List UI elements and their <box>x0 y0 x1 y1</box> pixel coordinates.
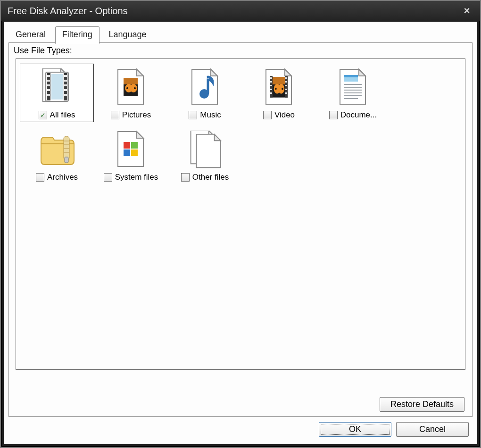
tile-video[interactable]: Video <box>242 64 316 122</box>
checkbox-other-files[interactable] <box>181 173 190 182</box>
svg-rect-9 <box>47 75 50 77</box>
svg-rect-30 <box>285 85 287 86</box>
svg-rect-41 <box>64 136 69 160</box>
svg-rect-29 <box>285 81 287 83</box>
dialog-button-row: OK Cancel <box>319 422 469 437</box>
tile-label: Archives <box>47 173 78 182</box>
video-icon <box>242 65 315 109</box>
tile-label: Video <box>274 110 295 120</box>
checkbox-pictures[interactable] <box>111 111 119 119</box>
window-title: Free Disk Analyzer - Options <box>8 1 128 21</box>
checkbox-all-files[interactable]: ✓ <box>39 111 47 119</box>
tab-filtering[interactable]: Filtering <box>55 26 100 44</box>
svg-rect-31 <box>285 89 287 90</box>
tile-label: Music <box>200 110 221 120</box>
close-icon[interactable]: × <box>460 1 473 21</box>
svg-rect-17 <box>64 89 67 91</box>
checkbox-system-files[interactable] <box>104 173 112 182</box>
svg-rect-10 <box>47 80 50 82</box>
ok-button[interactable]: OK <box>319 422 391 437</box>
tab-page-filtering: Use File Types: <box>8 42 473 417</box>
all-files-icon <box>20 65 93 109</box>
svg-rect-28 <box>285 77 287 79</box>
svg-rect-48 <box>131 142 138 149</box>
svg-rect-24 <box>270 81 272 83</box>
svg-rect-16 <box>64 84 67 86</box>
tile-other-files[interactable]: Other files <box>168 126 242 184</box>
svg-rect-8 <box>64 73 67 100</box>
tile-archives[interactable]: Archives <box>20 126 94 184</box>
group-label: Use File Types: <box>14 46 467 56</box>
checkbox-documents[interactable] <box>329 111 338 119</box>
client-area: General Filtering Language Use File Type… <box>4 22 477 444</box>
cancel-button[interactable]: Cancel <box>396 422 469 437</box>
svg-rect-23 <box>270 77 272 79</box>
svg-rect-22 <box>285 76 288 98</box>
music-icon <box>168 65 241 109</box>
restore-defaults-button[interactable]: Restore Defaults <box>380 397 464 412</box>
tile-system-files[interactable]: System files <box>94 126 168 184</box>
tile-label: All files <box>50 110 75 120</box>
tab-general[interactable]: General <box>8 26 53 44</box>
pictures-icon <box>94 65 167 109</box>
tab-language[interactable]: Language <box>102 26 154 44</box>
tile-label: Docume... <box>340 110 377 120</box>
svg-rect-26 <box>270 89 272 90</box>
tile-documents[interactable]: Docume... <box>316 64 390 122</box>
svg-rect-7 <box>47 73 50 100</box>
system-files-icon <box>94 127 167 172</box>
svg-rect-14 <box>64 75 67 77</box>
tab-strip: General Filtering Language <box>8 26 473 42</box>
svg-rect-32 <box>285 92 287 94</box>
tile-label: Pictures <box>122 110 151 120</box>
svg-rect-15 <box>64 80 67 82</box>
tile-pictures[interactable]: Pictures <box>94 64 168 122</box>
svg-rect-13 <box>47 94 50 96</box>
tile-label: System files <box>115 173 158 182</box>
svg-rect-18 <box>64 94 67 96</box>
svg-rect-11 <box>47 84 50 86</box>
svg-rect-46 <box>65 157 68 163</box>
tile-music[interactable]: Music <box>168 64 242 122</box>
svg-rect-21 <box>270 76 273 98</box>
svg-point-20 <box>199 89 209 99</box>
documents-icon <box>316 65 390 109</box>
svg-rect-34 <box>344 75 358 77</box>
tile-label: Other files <box>192 173 229 182</box>
checkbox-video[interactable] <box>263 111 272 119</box>
archives-icon <box>20 127 93 172</box>
options-window: Free Disk Analyzer - Options × General F… <box>1 1 480 447</box>
title-bar: Free Disk Analyzer - Options × <box>1 1 480 21</box>
tile-all-files[interactable]: ✓ All files <box>20 64 94 122</box>
checkbox-archives[interactable] <box>36 173 44 182</box>
file-type-list: ✓ All files <box>16 58 465 370</box>
svg-rect-47 <box>124 142 130 149</box>
svg-rect-25 <box>270 85 272 86</box>
svg-rect-12 <box>47 89 50 91</box>
svg-rect-19 <box>51 74 63 100</box>
svg-rect-49 <box>124 149 130 156</box>
checkbox-music[interactable] <box>189 111 197 119</box>
other-files-icon <box>168 127 241 172</box>
svg-rect-27 <box>270 92 272 94</box>
svg-rect-50 <box>131 149 138 156</box>
